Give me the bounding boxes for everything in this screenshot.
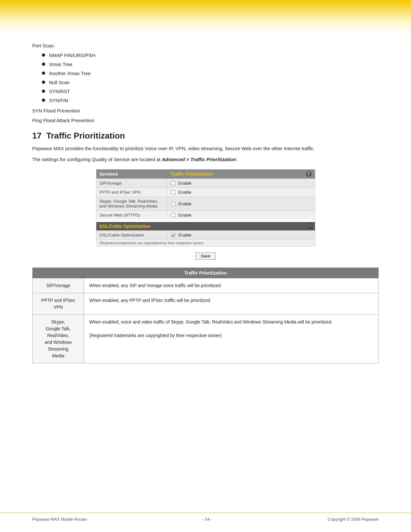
section-title: 17 Traffic Prioritization (32, 131, 379, 141)
desc-service-sip: SIP/Vonage (33, 278, 84, 293)
desc-text-sip: When enabled, any SIP and Vonage voice t… (84, 278, 379, 293)
form-row-sip: SIP/Vonage Enable (96, 179, 315, 188)
dsl-help-icon[interactable]: ? (309, 224, 312, 229)
port-scan-list: NMAP FIN/URG/PSH Xmas Tree Another Xmas … (42, 52, 379, 104)
checkbox-secureweb[interactable] (171, 213, 175, 217)
intro-paragraph-1: Pepwave MAX provides the functionality t… (32, 145, 379, 152)
list-item: SYN/FIN (42, 97, 379, 104)
form-row-dsl: DSL/Cable Optimization Enable (96, 230, 315, 239)
intro-paragraph-2: The settings for configuring Quality of … (32, 156, 379, 163)
desc-service-skype: Skype, Google Talk, RealVideo, and Windo… (33, 315, 84, 363)
desc-service-pptp: PPTP and IPSec VPN (33, 293, 84, 315)
header-services: Services (100, 171, 171, 177)
value-skype: Enable (167, 199, 315, 208)
value-pptp: Enable (167, 188, 315, 197)
service-sip: SIP/Vonage (96, 179, 167, 188)
trademark-note: (Registered trademarks are copyrighted b… (96, 239, 315, 246)
advanced-link: Advanced > Traffic Prioritization (162, 157, 236, 162)
desc-text-skype: When enabled, voice and video traffic of… (84, 315, 379, 363)
checkbox-pptp[interactable] (171, 190, 175, 194)
list-item: Xmas Tree (42, 61, 379, 68)
service-skype: Skype, Google Talk, RealVideo, and Windo… (96, 197, 167, 210)
desc-text-pptp: When enabled, any PPTP and IPSec traffic… (84, 293, 379, 315)
dsl-header-label: DSL/Cable Optimization (100, 224, 151, 229)
list-item: SYN/RST (42, 88, 379, 95)
ping-flood-label: Ping Flood Attack Prevention (32, 117, 379, 124)
syn-flood-label: SYN Flood Prevention (32, 107, 379, 115)
dsl-header: DSL/Cable Optimization ? (96, 222, 315, 230)
bullet-icon (42, 81, 45, 84)
desc-row-skype: Skype, Google Talk, RealVideo, and Windo… (33, 315, 379, 363)
value-sip: Enable (167, 179, 315, 188)
bullet-icon (42, 63, 45, 66)
service-secureweb: Secure Web (HTTPS) (96, 211, 167, 219)
list-item: Another Xmas Tree (42, 70, 379, 77)
help-icon[interactable]: ? (306, 171, 312, 177)
checkbox-skype[interactable] (171, 202, 175, 206)
form-row-secureweb: Secure Web (HTTPS) Enable (96, 210, 315, 219)
port-scan-label: Port Scan: (32, 42, 379, 50)
form-header-row: Services Traffic Prioritization ? (96, 169, 315, 179)
checkbox-sip[interactable] (171, 181, 175, 185)
bullet-icon (42, 99, 45, 102)
list-item: Null Scan (42, 79, 379, 86)
form-row-pptp: PPTP and IPSec VPN Enable (96, 188, 315, 197)
footer-left: Pepwave MAX Mobile Router (32, 517, 87, 522)
page-content: Port Scan: NMAP FIN/URG/PSH Xmas Tree An… (0, 35, 411, 383)
value-dsl: Enable (167, 231, 315, 239)
value-secureweb: Enable (167, 211, 315, 219)
bullet-icon (42, 90, 45, 93)
desc-row-sip: SIP/Vonage When enabled, any SIP and Von… (33, 278, 379, 293)
desc-table-header: Traffic Prioritization (33, 268, 379, 278)
checkbox-dsl[interactable] (171, 233, 175, 237)
bullet-icon (42, 72, 45, 75)
footer-center: - 54 - (202, 517, 212, 522)
save-row: Save (32, 252, 379, 260)
header-gradient (0, 0, 411, 35)
save-button[interactable]: Save (195, 252, 216, 260)
service-dsl: DSL/Cable Optimization (96, 231, 167, 239)
traffic-form: Services Traffic Prioritization ? SIP/Vo… (96, 169, 315, 247)
form-row-skype: Skype, Google Talk, RealVideo, and Windo… (96, 197, 315, 210)
footer-right: Copyright © 2009 Pepwave (328, 517, 379, 522)
section-number: 17 (32, 131, 42, 140)
bullet-icon (42, 53, 45, 57)
footer: Pepwave MAX Mobile Router - 54 - Copyrig… (0, 513, 411, 526)
list-item: NMAP FIN/URG/PSH (42, 52, 379, 59)
service-pptp: PPTP and IPSec VPN (96, 188, 167, 197)
desc-row-pptp: PPTP and IPSec VPN When enabled, any PPT… (33, 293, 379, 315)
section-heading: Traffic Prioritization (46, 131, 125, 140)
header-priority: Traffic Prioritization (171, 171, 306, 177)
section-divider (96, 219, 315, 222)
description-table: Traffic Prioritization SIP/Vonage When e… (32, 267, 379, 363)
